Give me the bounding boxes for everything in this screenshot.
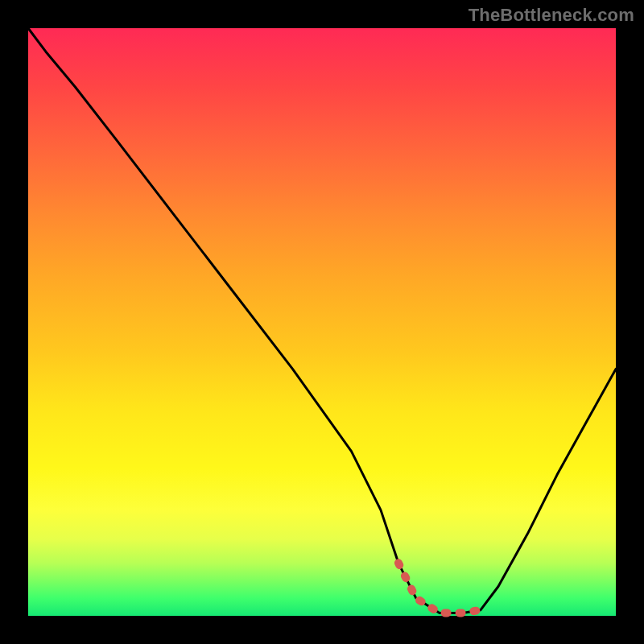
bottom-highlight-dashes — [398, 563, 481, 613]
chart-container: TheBottleneck.com — [0, 0, 644, 644]
curve-svg — [28, 28, 616, 616]
watermark-text: TheBottleneck.com — [469, 5, 634, 26]
plot-area — [28, 28, 616, 616]
bottleneck-curve — [28, 28, 616, 613]
